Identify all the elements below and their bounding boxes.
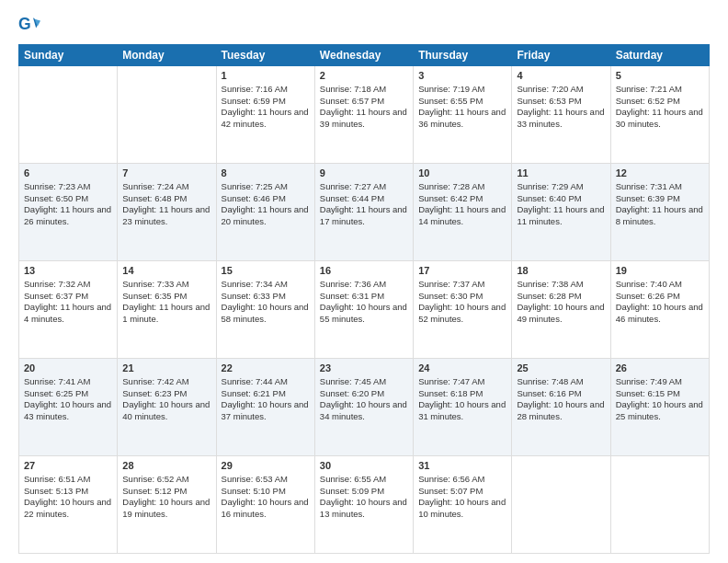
day-info: Sunset: 6:48 PM [122,193,210,205]
day-number: 1 [222,69,310,83]
day-number: 9 [320,167,408,180]
day-number: 11 [517,167,605,180]
day-info: Sunset: 6:21 PM [222,388,310,400]
calendar-cell: 28Sunrise: 6:52 AMSunset: 5:12 PMDayligh… [118,456,216,554]
calendar-cell: 15Sunrise: 7:34 AMSunset: 6:33 PMDayligh… [216,261,314,359]
day-info: Sunset: 6:18 PM [418,388,506,400]
calendar-cell: 5Sunrise: 7:21 AMSunset: 6:52 PMDaylight… [610,66,709,164]
day-number: 13 [24,264,112,278]
day-info: Sunset: 6:40 PM [517,193,605,205]
day-info: Sunset: 6:23 PM [122,388,210,400]
svg-text:G: G [18,15,31,33]
day-info: Daylight: 10 hours and 46 minutes. [616,302,704,326]
day-number: 10 [418,167,506,180]
day-info: Sunrise: 7:48 AM [517,376,605,388]
day-info: Sunset: 6:39 PM [616,193,704,205]
logo-icon: G [18,15,40,37]
day-info: Sunrise: 6:52 AM [122,474,210,486]
calendar-cell: 20Sunrise: 7:41 AMSunset: 6:25 PMDayligh… [19,359,118,456]
day-info: Sunrise: 7:34 AM [222,279,310,291]
calendar-week-4: 20Sunrise: 7:41 AMSunset: 6:25 PMDayligh… [19,359,710,456]
calendar-header-row: SundayMondayTuesdayWednesdayThursdayFrid… [19,45,710,66]
day-info: Sunrise: 7:23 AM [24,181,112,193]
calendar-week-1: 1Sunrise: 7:16 AMSunset: 6:59 PMDaylight… [19,66,710,164]
day-number: 8 [222,167,310,180]
day-header-wednesday: Wednesday [314,45,413,66]
day-info: Daylight: 10 hours and 49 minutes. [517,302,605,326]
calendar-cell: 19Sunrise: 7:40 AMSunset: 6:26 PMDayligh… [610,261,709,359]
day-info: Sunrise: 7:20 AM [517,84,605,96]
day-info: Sunrise: 7:16 AM [222,84,310,96]
day-info: Daylight: 10 hours and 16 minutes. [222,497,310,521]
day-info: Sunset: 6:55 PM [418,96,506,108]
day-info: Sunrise: 7:36 AM [320,279,408,291]
day-info: Daylight: 10 hours and 13 minutes. [320,497,408,521]
day-info: Daylight: 10 hours and 55 minutes. [320,302,408,326]
day-info: Sunset: 5:10 PM [222,486,310,498]
calendar-cell: 10Sunrise: 7:28 AMSunset: 6:42 PMDayligh… [414,164,512,261]
calendar-cell: 27Sunrise: 6:51 AMSunset: 5:13 PMDayligh… [19,456,118,554]
calendar-cell: 9Sunrise: 7:27 AMSunset: 6:44 PMDaylight… [314,164,413,261]
day-info: Sunset: 5:07 PM [418,486,506,498]
day-info: Sunset: 6:42 PM [418,193,506,205]
day-info: Sunset: 6:33 PM [222,291,310,303]
calendar-week-2: 6Sunrise: 7:23 AMSunset: 6:50 PMDaylight… [19,164,710,261]
day-info: Sunset: 6:25 PM [24,388,112,400]
day-info: Sunset: 6:59 PM [222,96,310,108]
day-number: 20 [24,362,112,375]
day-info: Sunrise: 6:55 AM [320,474,408,486]
calendar-cell [19,66,118,164]
day-info: Daylight: 11 hours and 4 minutes. [24,302,112,326]
day-info: Sunrise: 7:49 AM [616,376,704,388]
day-number: 12 [616,167,704,180]
day-header-monday: Monday [118,45,216,66]
day-number: 7 [122,167,210,180]
calendar-cell: 11Sunrise: 7:29 AMSunset: 6:40 PMDayligh… [512,164,610,261]
calendar-cell: 23Sunrise: 7:45 AMSunset: 6:20 PMDayligh… [314,359,413,456]
calendar-cell: 6Sunrise: 7:23 AMSunset: 6:50 PMDaylight… [19,164,118,261]
day-info: Daylight: 10 hours and 31 minutes. [418,399,506,423]
day-info: Sunset: 6:37 PM [24,291,112,303]
day-number: 31 [418,459,506,473]
day-info: Daylight: 10 hours and 52 minutes. [418,302,506,326]
day-info: Sunrise: 6:51 AM [24,474,112,486]
day-number: 4 [517,69,605,83]
day-info: Daylight: 11 hours and 26 minutes. [24,204,112,228]
calendar-table: SundayMondayTuesdayWednesdayThursdayFrid… [18,44,710,554]
day-info: Daylight: 10 hours and 19 minutes. [122,497,210,521]
day-info: Sunrise: 7:28 AM [418,181,506,193]
day-number: 5 [616,69,704,83]
day-header-sunday: Sunday [19,45,118,66]
day-info: Sunrise: 7:18 AM [320,84,408,96]
day-info: Sunset: 6:28 PM [517,291,605,303]
day-number: 25 [517,362,605,375]
day-number: 28 [122,459,210,473]
day-info: Sunset: 5:12 PM [122,486,210,498]
day-number: 3 [418,69,506,83]
day-info: Sunrise: 7:40 AM [616,279,704,291]
day-info: Sunrise: 7:37 AM [418,279,506,291]
day-info: Daylight: 11 hours and 30 minutes. [616,107,704,131]
day-info: Sunrise: 7:25 AM [222,181,310,193]
day-info: Sunrise: 7:33 AM [122,279,210,291]
day-header-friday: Friday [512,45,610,66]
day-header-saturday: Saturday [610,45,709,66]
day-info: Daylight: 11 hours and 11 minutes. [517,204,605,228]
day-info: Daylight: 10 hours and 43 minutes. [24,399,112,423]
calendar-cell: 16Sunrise: 7:36 AMSunset: 6:31 PMDayligh… [314,261,413,359]
day-info: Sunrise: 7:19 AM [418,84,506,96]
day-info: Sunset: 6:20 PM [320,388,408,400]
day-info: Sunset: 5:13 PM [24,486,112,498]
day-info: Daylight: 10 hours and 10 minutes. [418,497,506,521]
calendar-cell: 21Sunrise: 7:42 AMSunset: 6:23 PMDayligh… [118,359,216,456]
day-info: Daylight: 11 hours and 33 minutes. [517,107,605,131]
calendar-cell: 1Sunrise: 7:16 AMSunset: 6:59 PMDaylight… [216,66,314,164]
calendar-cell: 14Sunrise: 7:33 AMSunset: 6:35 PMDayligh… [118,261,216,359]
day-info: Sunrise: 7:45 AM [320,376,408,388]
day-number: 21 [122,362,210,375]
day-info: Sunrise: 7:44 AM [222,376,310,388]
calendar-cell: 2Sunrise: 7:18 AMSunset: 6:57 PMDaylight… [314,66,413,164]
day-info: Daylight: 10 hours and 25 minutes. [616,399,704,423]
day-number: 2 [320,69,408,83]
calendar-cell [610,456,709,554]
